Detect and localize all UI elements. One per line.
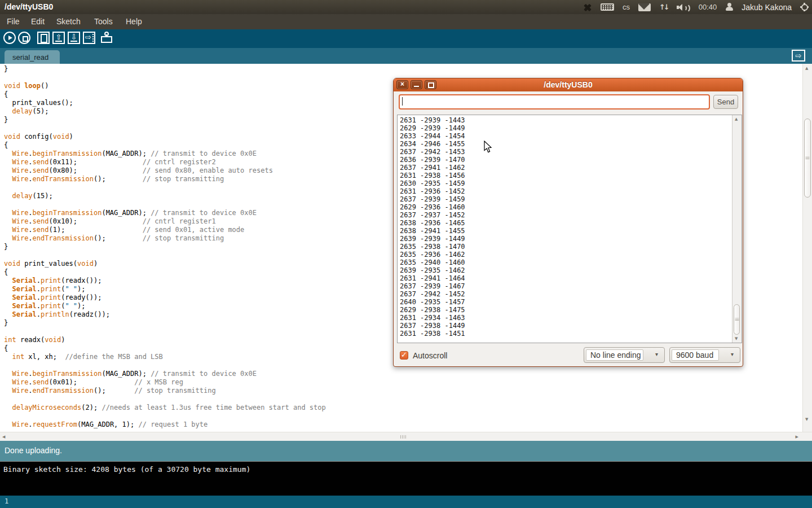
checkmark-icon: ✓ xyxy=(401,351,407,359)
network-indicator-icon[interactable]: ↑↓ xyxy=(659,3,668,11)
console-output: Binary sketch size: 4208 bytes (of a 307… xyxy=(3,465,250,474)
serial-scrollbar-thumb[interactable] xyxy=(734,304,740,335)
save-button[interactable]: ⇩ xyxy=(68,32,80,44)
send-button[interactable]: Send xyxy=(713,95,738,109)
clock[interactable]: 00:40 xyxy=(699,3,717,11)
line-number-bar: 1 xyxy=(0,496,812,508)
tab-menu-arrow-icon: ⇨ xyxy=(793,51,804,60)
toolbar xyxy=(0,29,812,48)
keyboard-layout-label[interactable]: cs xyxy=(623,3,630,11)
tab-label: serial_read xyxy=(5,50,60,64)
user-icon[interactable] xyxy=(725,3,733,11)
line-number: 1 xyxy=(5,497,8,505)
verify-button[interactable] xyxy=(3,32,16,44)
menu-sketch[interactable]: Sketch xyxy=(56,17,81,26)
serial-scroll-down-icon[interactable]: ▼ xyxy=(735,336,738,341)
menubar: File Edit Sketch Tools Help xyxy=(0,14,812,29)
stop-button[interactable] xyxy=(18,32,30,44)
screen: /dev/ttyUSB0 cs ↑↓ 00:40 Jakub Kakona Fi… xyxy=(0,0,812,508)
serial-monitor-title: /dev/ttyUSB0 xyxy=(394,80,743,89)
stop-icon xyxy=(23,36,28,42)
tab-strip: serial_read ⇨ xyxy=(0,48,812,64)
tab-menu-button[interactable]: ⇨ xyxy=(792,50,805,62)
serial-output-text: 2631 -2939 -1443 2629 -2939 -1449 2633 -… xyxy=(400,116,465,338)
text-caret xyxy=(402,97,403,106)
line-ending-value: No line ending xyxy=(586,349,643,361)
status-bar: Done uploading. xyxy=(0,441,812,461)
volume-icon[interactable] xyxy=(677,3,690,12)
window-title: /dev/ttyUSB0 xyxy=(5,2,53,11)
mouse-cursor xyxy=(484,141,493,154)
scroll-right-icon[interactable]: ▶ xyxy=(796,435,798,439)
tab-serial-read[interactable]: serial_read xyxy=(5,50,60,64)
editor-vertical-scrollbar[interactable]: ▲ ▼ xyxy=(802,64,812,432)
keyboard-layout-icon[interactable] xyxy=(601,3,614,11)
baud-rate-value: 9600 baud xyxy=(672,349,719,361)
hscroll-grip[interactable] xyxy=(400,435,407,439)
new-file-icon xyxy=(41,34,47,43)
new-sketch-button[interactable] xyxy=(37,32,50,44)
autoscroll-label: Autoscroll xyxy=(413,351,447,360)
menu-file[interactable]: File xyxy=(7,17,20,26)
mail-indicator-icon[interactable] xyxy=(638,3,651,11)
window-titlebar: /dev/ttyUSB0 cs ↑↓ 00:40 Jakub Kakona xyxy=(0,0,812,14)
serial-monitor-window: × /dev/ttyUSB0 Send 2631 -2939 -1443 262… xyxy=(393,78,743,367)
console[interactable]: Binary sketch size: 4208 bytes (of a 307… xyxy=(0,461,812,496)
open-button[interactable]: ⇧ xyxy=(52,32,65,44)
baud-rate-dropdown[interactable]: 9600 baud ▾ xyxy=(669,347,740,363)
play-icon xyxy=(8,36,12,40)
line-ending-dropdown[interactable]: No line ending ▾ xyxy=(584,347,665,363)
menu-help[interactable]: Help xyxy=(126,17,142,26)
scroll-down-icon[interactable]: ▼ xyxy=(805,417,808,422)
upload-button[interactable]: ⇨ xyxy=(83,32,95,44)
serial-scroll-up-icon[interactable]: ▲ xyxy=(735,117,738,121)
autoscroll-checkbox[interactable]: ✓ xyxy=(400,351,408,360)
chevron-down-icon: ▾ xyxy=(655,351,658,357)
scroll-up-icon[interactable]: ▲ xyxy=(805,66,808,71)
username-label[interactable]: Jakub Kakona xyxy=(742,3,792,12)
system-tray: cs ↑↓ 00:40 Jakub Kakona xyxy=(583,0,809,14)
code-text: } void loop(){ print_values(); delay(5);… xyxy=(4,65,326,429)
serial-output-area[interactable]: 2631 -2939 -1443 2629 -2939 -1449 2633 -… xyxy=(397,115,742,343)
chevron-down-icon: ▾ xyxy=(731,351,734,357)
menu-tools[interactable]: Tools xyxy=(94,17,113,26)
status-message: Done uploading. xyxy=(5,446,62,455)
indicator-app-icon[interactable] xyxy=(583,3,592,12)
scroll-left-icon[interactable]: ◀ xyxy=(2,435,5,439)
serial-monitor-button[interactable] xyxy=(100,32,113,44)
serial-monitor-titlebar[interactable]: × /dev/ttyUSB0 xyxy=(394,78,743,91)
session-gear-icon[interactable] xyxy=(800,3,809,11)
editor-horizontal-scrollbar[interactable]: ◀ ▶ xyxy=(0,432,812,441)
editor-scrollbar-thumb[interactable] xyxy=(804,119,811,198)
serial-scrollbar[interactable]: ▲ ▼ xyxy=(732,115,742,343)
menu-edit[interactable]: Edit xyxy=(31,17,45,26)
upload-arrow-icon: ⇨ xyxy=(84,33,92,42)
serial-input-field[interactable] xyxy=(399,94,710,110)
